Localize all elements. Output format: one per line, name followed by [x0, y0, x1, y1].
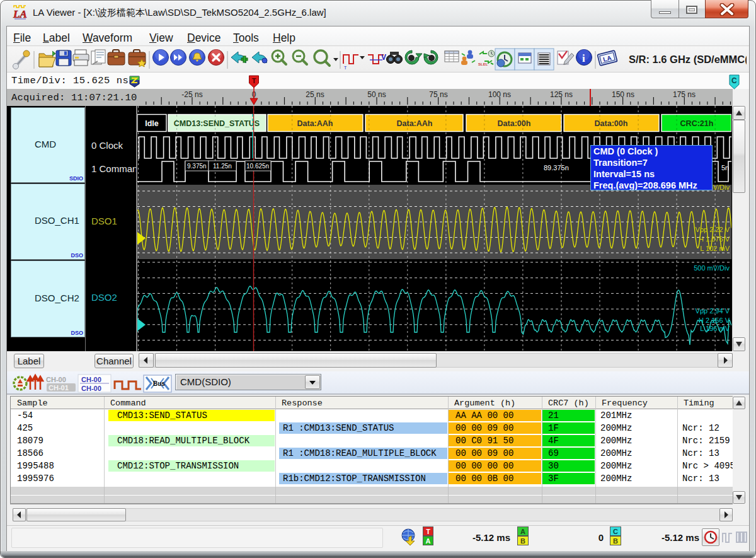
- svg-text:i: i: [582, 52, 585, 64]
- svg-text:Bus: Bus: [153, 380, 165, 387]
- svg-text:SLEL: SLEL: [478, 62, 488, 66]
- svg-text:Vpp 2.22 V: Vpp 2.22 V: [696, 226, 730, 233]
- svg-text:CH-00: CH-00: [46, 376, 66, 383]
- svg-text:9.375n: 9.375n: [187, 163, 207, 170]
- svg-text:5n: 5n: [721, 164, 729, 171]
- svg-text:500 mV/Div: 500 mV/Div: [694, 264, 730, 272]
- svg-text:LA: LA: [13, 8, 27, 20]
- svg-text:C: C: [731, 76, 737, 85]
- svg-text:Data:AAh: Data:AAh: [297, 119, 333, 128]
- svg-text:CMD13:SEND_STATUS: CMD13:SEND_STATUS: [174, 119, 260, 128]
- svg-text:L 102 mV: L 102 mV: [700, 245, 730, 252]
- svg-text:Data:00h: Data:00h: [498, 119, 531, 128]
- svg-text:H 2.156 V: H 2.156 V: [699, 317, 730, 324]
- svg-text:T: T: [344, 66, 347, 70]
- svg-text:CH-00: CH-00: [81, 376, 101, 383]
- svg-text:L 196 mV: L 196 mV: [700, 325, 730, 332]
- svg-text:11.25n: 11.25n: [213, 163, 232, 170]
- svg-text:89.375n: 89.375n: [544, 164, 569, 171]
- svg-text:Idle: Idle: [145, 119, 159, 128]
- svg-text:V: V: [381, 53, 386, 62]
- svg-text:CH-00: CH-00: [81, 385, 101, 392]
- svg-text:H 1.876 V: H 1.876 V: [699, 235, 730, 243]
- svg-text:T: T: [252, 77, 256, 84]
- svg-text:CH-01: CH-01: [49, 384, 69, 392]
- svg-text:Vpp 2.94 V: Vpp 2.94 V: [696, 307, 730, 315]
- svg-text:CRC:21h: CRC:21h: [680, 119, 714, 128]
- svg-text:10.625n: 10.625n: [246, 163, 269, 170]
- svg-text:Data:AAh: Data:AAh: [397, 119, 433, 128]
